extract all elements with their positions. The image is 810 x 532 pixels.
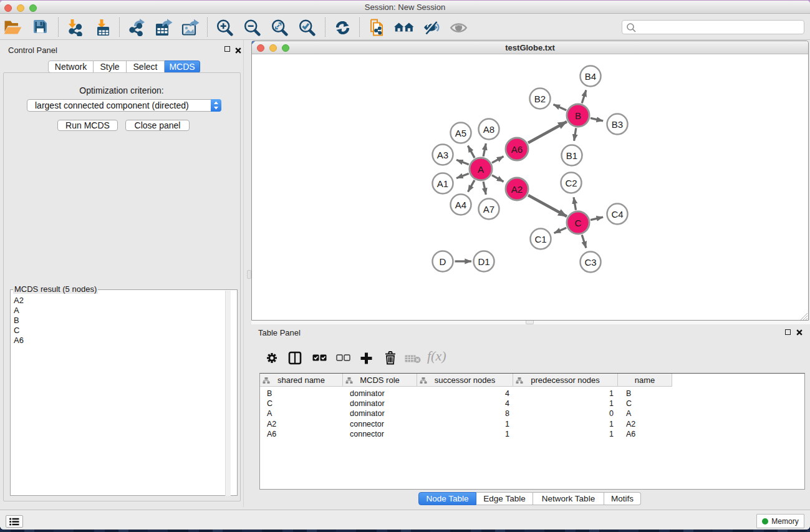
svg-text:C2: C2: [565, 178, 577, 188]
svg-text:D: D: [440, 256, 446, 267]
svg-text:A1: A1: [437, 178, 448, 189]
svg-text:A3: A3: [437, 150, 448, 160]
svg-text:A8: A8: [483, 124, 494, 135]
svg-text:B4: B4: [585, 71, 596, 82]
svg-text:B3: B3: [612, 119, 623, 130]
svg-text:A5: A5: [455, 128, 466, 138]
svg-text:C1: C1: [534, 234, 546, 244]
svg-text:B2: B2: [534, 94, 546, 104]
svg-text:A6: A6: [511, 144, 523, 155]
svg-text:C: C: [575, 218, 582, 228]
svg-text:C3: C3: [584, 257, 596, 268]
svg-text:D1: D1: [478, 256, 489, 267]
svg-text:A4: A4: [455, 200, 466, 210]
svg-text:A7: A7: [483, 204, 494, 215]
svg-text:B1: B1: [566, 150, 577, 161]
svg-text:C4: C4: [611, 209, 623, 220]
svg-text:A2: A2: [511, 184, 523, 195]
svg-text:B: B: [575, 110, 581, 121]
svg-text:A: A: [478, 164, 484, 175]
